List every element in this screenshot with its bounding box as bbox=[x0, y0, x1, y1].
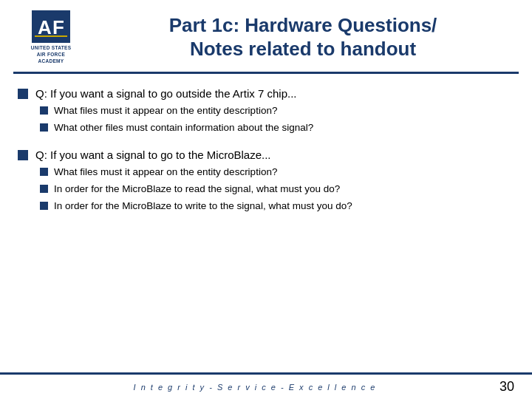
footer-motto: I n t e g r i t y - S e r v i c e - E x … bbox=[18, 383, 492, 392]
svg-text:A: A bbox=[38, 16, 52, 38]
q2-sub1-text: What files must it appear on the entity … bbox=[54, 166, 277, 180]
q1-sub-bullets: What files must it appear on the entity … bbox=[40, 104, 514, 135]
header: A F UNITED STATES AIR FORCE ACADEMY Part… bbox=[0, 0, 532, 72]
af-logo-icon: A F bbox=[32, 10, 70, 43]
q2-sub1: What files must it appear on the entity … bbox=[40, 166, 514, 180]
q1-sub2-text: What other files must contain informatio… bbox=[54, 121, 313, 135]
question-2-block: Q: If you want a signal to go to the Mic… bbox=[18, 147, 514, 218]
q1-sub2: What other files must contain informatio… bbox=[40, 121, 514, 135]
svg-text:F: F bbox=[52, 16, 64, 38]
slide: A F UNITED STATES AIR FORCE ACADEMY Part… bbox=[0, 0, 532, 399]
q2-main-bullet: Q: If you want a signal to go to the Mic… bbox=[18, 147, 514, 163]
q1-sub1-text: What files must it appear on the entity … bbox=[54, 104, 277, 118]
q2-sub-bullets: What files must it appear on the entity … bbox=[40, 166, 514, 214]
q1-sub1: What files must it appear on the entity … bbox=[40, 104, 514, 118]
q2-sub2-icon bbox=[40, 185, 48, 193]
slide-title: Part 1c: Hardware Questions/ Notes relat… bbox=[92, 14, 514, 60]
q1-main-text: Q: If you want a signal to go outside th… bbox=[35, 86, 297, 101]
q2-sub3: In order for the MicroBlaze to write to … bbox=[40, 200, 514, 214]
q2-bullet-icon bbox=[18, 150, 28, 160]
question-1-block: Q: If you want a signal to go outside th… bbox=[18, 86, 514, 140]
content-area: Q: If you want a signal to go outside th… bbox=[0, 74, 532, 372]
q2-sub2: In order for the MicroBlaze to read the … bbox=[40, 183, 514, 197]
logo-text: UNITED STATES AIR FORCE ACADEMY bbox=[31, 44, 72, 64]
q1-bullet-icon bbox=[18, 89, 28, 99]
q2-sub3-text: In order for the MicroBlaze to write to … bbox=[54, 200, 352, 214]
logo-area: A F UNITED STATES AIR FORCE ACADEMY bbox=[18, 10, 84, 64]
q2-sub1-icon bbox=[40, 168, 48, 176]
q1-main-bullet: Q: If you want a signal to go outside th… bbox=[18, 86, 514, 101]
footer: I n t e g r i t y - S e r v i c e - E x … bbox=[0, 372, 532, 399]
q1-sub2-icon bbox=[40, 123, 48, 132]
page-number: 30 bbox=[499, 379, 514, 395]
q2-sub3-icon bbox=[40, 202, 48, 210]
title-area: Part 1c: Hardware Questions/ Notes relat… bbox=[84, 14, 514, 60]
svg-rect-3 bbox=[35, 35, 67, 37]
q1-sub1-icon bbox=[40, 106, 48, 115]
q2-sub2-text: In order for the MicroBlaze to read the … bbox=[54, 183, 340, 197]
q2-main-text: Q: If you want a signal to go to the Mic… bbox=[35, 147, 271, 163]
